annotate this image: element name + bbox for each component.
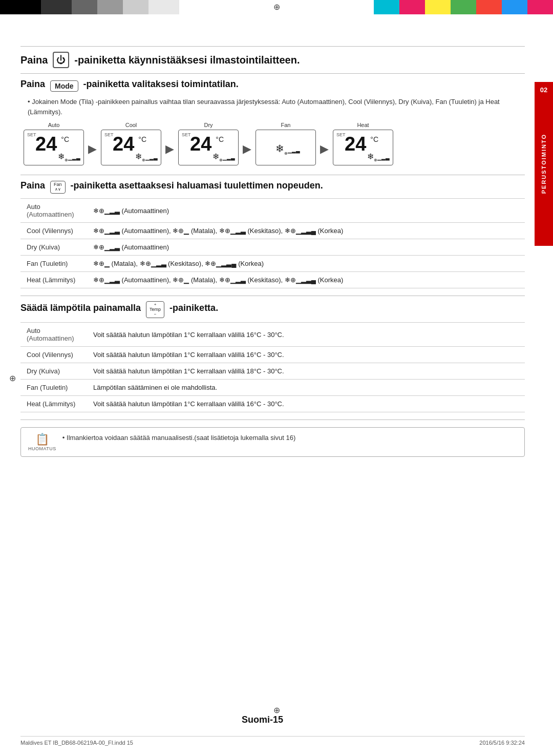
compass-top-icon: ⊕ (273, 2, 280, 12)
display-heat-label: Heat (357, 122, 369, 128)
section2-title-prefix: Paina (20, 79, 45, 90)
note-icon-container: 📋 HUOMATUS (28, 433, 56, 451)
page-number: Suomi-15 (0, 715, 525, 725)
cb-lightgray (97, 0, 123, 14)
cb-green (451, 0, 476, 14)
section4-bottom-line (20, 419, 525, 420)
section1-header: Paina ⏻ -painiketta käynnistääksesi ilma… (20, 52, 525, 68)
page-footer: Maldives ET IB_DB68-06219A-00_FI.indd 15… (20, 736, 525, 746)
side-tab: 02 PERUSTOIMINTO (535, 82, 553, 246)
fan-mode-cell: Auto(Automaattinen) (20, 199, 87, 223)
main-content: Paina ⏻ -painiketta käynnistääksesi ilma… (20, 41, 525, 464)
temp-table-row: Heat (Lämmitys)Voit säätää halutun lämpö… (20, 396, 525, 412)
section1-title-suffix: -painiketta käynnistääksesi ilmastointil… (74, 54, 300, 66)
note-label: HUOMATUS (28, 446, 56, 451)
mode-button-icon: Mode (50, 80, 78, 92)
section1-bottom-line (20, 73, 525, 74)
compass-left-icon: ⊕ (9, 373, 16, 383)
power-icon: ⏻ (53, 52, 69, 68)
side-tab-number: 02 (540, 86, 547, 94)
display-dry-screen: SET 24 °C ❄⊕▁▂▃ (178, 130, 239, 165)
display-fan: Fan ❄⊕▁▂▃ (252, 122, 319, 165)
cb-red (476, 0, 502, 14)
cb-yellow (425, 0, 451, 14)
section4-title-suffix: -painiketta. (169, 303, 218, 313)
temp-table: Auto(Automaattinen)Voit säätää halutun l… (20, 322, 525, 412)
fan-mode-cell: Fan (Tuuletin) (20, 256, 87, 272)
fan-table-row: Dry (Kuiva)❄⊕▁▂▃ (Automaattinen) (20, 239, 525, 256)
display-fan-screen: ❄⊕▁▂▃ (256, 130, 316, 165)
cb-blue (502, 0, 527, 14)
section3-bottom-line (20, 296, 525, 296)
display-cool-screen: SET 24 °C ❄⊕▁▂▃ (101, 130, 161, 165)
fan-desc-cell: ❄⊕▁▂▃ (Automaattinen) (87, 199, 525, 223)
fan-table-row: Heat (Lämmitys)❄⊕▁▂▃ (Automaattinen), ❄⊕… (20, 272, 525, 288)
display-dry-label: Dry (204, 122, 212, 128)
fan-mode-cell: Cool (Viilennys) (20, 223, 87, 239)
note-text: • Ilmankiertoa voidaan säätää manuaalise… (62, 433, 295, 443)
section3-title-prefix: Paina (20, 180, 45, 191)
temp-desc-cell: Voit säätää halutun lämpötilan 1°C kerra… (87, 347, 525, 363)
temp-mode-cell: Auto(Automaattinen) (20, 323, 87, 347)
side-tab-label: PERUSTOIMINTO (541, 134, 547, 194)
cb-darkgray (41, 0, 72, 14)
section1-title-prefix: Paina (20, 54, 48, 66)
fan-button-icon: Fan ∧∨ (50, 181, 66, 194)
temp-table-row: Dry (Kuiva)Voit säätää halutun lämpötila… (20, 363, 525, 380)
arrow-1: ▶ (88, 142, 97, 156)
display-auto-screen: SET 24 °C ❄⊕▁▂▃ (24, 130, 84, 165)
fan-mode-cell: Heat (Lämmitys) (20, 272, 87, 288)
section3-header: Paina Fan ∧∨ -painiketta asettaaksesi ha… (20, 180, 525, 194)
footer-filename: Maldives ET IB_DB68-06219A-00_FI.indd 15 (20, 740, 133, 746)
fan-desc-cell: ❄⊕▁▂▃ (Automaattinen), ❄⊕▁ (Matala), ❄⊕▁… (87, 272, 525, 288)
temp-table-row: Fan (Tuuletin)Lämpötilan säätäminen ei o… (20, 380, 525, 396)
temp-mode-cell: Fan (Tuuletin) (20, 380, 87, 396)
fan-speed-table: Auto(Automaattinen)❄⊕▁▂▃ (Automaattinen)… (20, 198, 525, 288)
display-heat-screen: SET 24 °C ❄⊕▁▂▃ (333, 130, 393, 165)
section4-header: Säädä lämpötila painamalla + Temp − -pai… (20, 301, 525, 318)
section2-header: Paina Mode -painiketta valitaksesi toimi… (20, 79, 525, 93)
temp-mode-cell: Cool (Viilennys) (20, 347, 87, 363)
section3-title-suffix: -painiketta asettaaksesi haluamasi tuule… (71, 180, 323, 191)
display-auto: Auto SET 24 °C ❄⊕▁▂▃ (20, 122, 87, 165)
section1-top-line (20, 46, 525, 47)
temp-table-row: Cool (Viilennys)Voit säätää halutun lämp… (20, 347, 525, 363)
cb-cyan (374, 0, 399, 14)
fan-table-row: Auto(Automaattinen)❄⊕▁▂▃ (Automaattinen) (20, 199, 525, 223)
cb-lightest (123, 0, 148, 14)
compass-bottom-icon: ⊕ (273, 705, 280, 715)
temp-desc-cell: Voit säätää halutun lämpötilan 1°C kerra… (87, 323, 525, 347)
displays-row: Auto SET 24 °C ❄⊕▁▂▃ ▶ Cool SET 24 °C ❄⊕… (20, 122, 525, 165)
display-cool: Cool SET 24 °C ❄⊕▁▂▃ (98, 122, 164, 165)
fan-table-row: Cool (Viilennys)❄⊕▁▂▃ (Automaattinen), ❄… (20, 223, 525, 239)
display-heat: Heat SET 24 °C ❄⊕▁▂▃ (330, 122, 396, 165)
temp-desc-cell: Voit säätää halutun lämpötilan 1°C kerra… (87, 363, 525, 380)
cb-black (0, 0, 41, 14)
section4-title-prefix: Säädä lämpötila painamalla (20, 303, 141, 313)
section2-title-suffix: -painiketta valitaksesi toimintatilan. (83, 79, 239, 90)
arrow-3: ▶ (243, 142, 251, 156)
display-auto-label: Auto (48, 122, 60, 128)
note-box: 📋 HUOMATUS • Ilmankiertoa voidaan säätää… (20, 427, 525, 457)
temp-table-row: Auto(Automaattinen)Voit säätää halutun l… (20, 323, 525, 347)
display-fan-label: Fan (281, 122, 291, 128)
section2-bottom-line (20, 175, 525, 175)
cb-pink (527, 0, 553, 14)
fan-desc-cell: ❄⊕▁ (Matala), ❄⊕▁▂▃ (Keskitaso), ❄⊕▁▂▃▄ … (87, 256, 525, 272)
arrow-4: ▶ (320, 142, 329, 156)
cb-gray (72, 0, 97, 14)
temp-desc-cell: Lämpötilan säätäminen ei ole mahdollista… (87, 380, 525, 396)
fan-desc-cell: ❄⊕▁▂▃ (Automaattinen) (87, 239, 525, 256)
note-document-icon: 📋 (35, 433, 49, 446)
fan-mode-cell: Dry (Kuiva) (20, 239, 87, 256)
footer-date: 2016/5/16 9:32:24 (479, 740, 525, 746)
cb-magenta (399, 0, 425, 14)
arrow-2: ▶ (165, 142, 174, 156)
fan-desc-cell: ❄⊕▁▂▃ (Automaattinen), ❄⊕▁ (Matala), ❄⊕▁… (87, 223, 525, 239)
cb-white (148, 0, 179, 14)
temp-mode-cell: Dry (Kuiva) (20, 363, 87, 380)
display-cool-label: Cool (125, 122, 137, 128)
temp-mode-cell: Heat (Lämmitys) (20, 396, 87, 412)
temp-button-icon: + Temp − (146, 301, 164, 318)
fan-table-row: Fan (Tuuletin)❄⊕▁ (Matala), ❄⊕▁▂▃ (Keski… (20, 256, 525, 272)
